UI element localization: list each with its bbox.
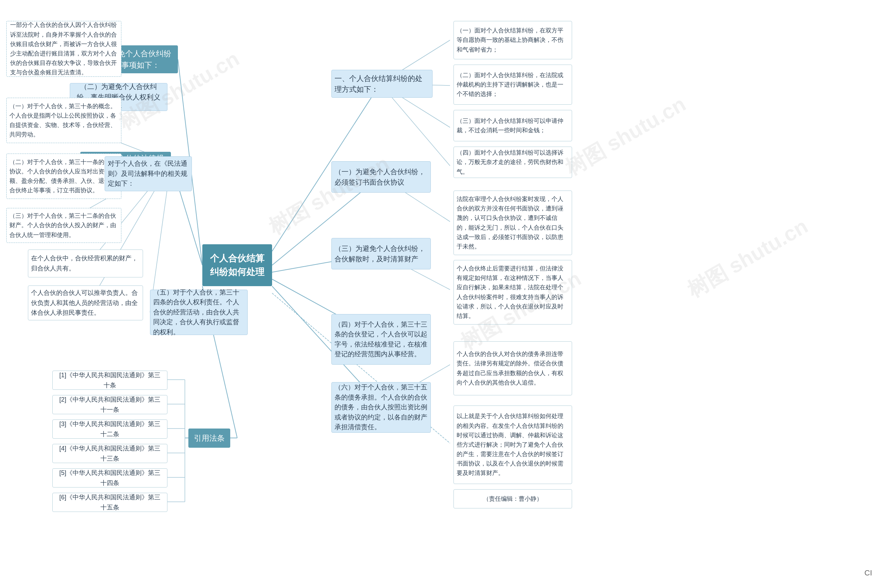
node-written-agreement-detail: 法院在审理个人合伙纠纷案时发现，个人合伙的双方并没有任何书面协议，遭到诬蔑的，认… [454, 191, 572, 255]
node-negotiation: （一）面对个人合伙结算纠纷，在双方平等自愿协商一致的基础上协商解决，不伤和气省时… [454, 21, 572, 59]
mindmap-container: 个人合伙结算纠纷如何处理 二、为避免个人合伙纠纷的注意事项如下： （二）为避免个… [0, 0, 893, 588]
node-debt: （六）对于个人合伙，第三十五条的债务承担。个人合伙的合伙的债务，由合伙人按照出资… [331, 382, 431, 433]
node-summary: 以上就是关于个人合伙结算纠纷如何处理的相关内容。在发生个人合伙结算纠纷的时候可以… [454, 406, 572, 484]
node-rule-32: （三）对于个人合伙，第三十二条的合伙财产。个人合伙的合伙人投入的财产，由合伙人统… [6, 208, 122, 243]
cite-node-5: [5]《中华人民共和国民法通则》第三十四条 [52, 468, 167, 487]
node-resolution-ways: 一、个人合伙结算纠纷的处理方式如下： [331, 70, 433, 98]
central-node: 个人合伙结算纠纷如何处理 [202, 244, 272, 286]
node-partnership-property: 在个人合伙中，合伙经营积累的财产，归合伙人共有。 [28, 250, 143, 277]
node-written-agreement: （一）为避免个人合伙纠纷，必须签订书面合伙协议 [331, 161, 431, 192]
node-rule-30: （一）对于个人合伙，第三十条的概念。个人合伙是指两个以上公民按照协议，各自提供资… [6, 98, 122, 143]
node-mediation: （二）面对个人合伙结算纠纷，在法院或仲裁机构的主持下进行调解解决，也是一个不错的… [454, 65, 572, 105]
node-rule-31: （二）对于个人合伙，第三十一条的合伙协议。个人合伙的合伙人应当对出资数额、盈余分… [6, 153, 122, 199]
cite-label: 引用法条 [188, 429, 230, 448]
node-debt-detail: 个人合伙的合伙人对合伙的债务承担连带责任。法律另有规定的除外。偿还合伙债务超过自… [454, 341, 572, 396]
node-editor: （责任编辑：曹小静） [454, 489, 572, 508]
node-arbitration: （三）面对个人合伙结算纠纷可以申请仲裁，不过会消耗一些时间和金钱； [454, 110, 572, 141]
cite-node-2: [2]《中华人民共和国民法通则》第三十一条 [52, 395, 167, 414]
node-minfa-rules: 对于个人合伙，在《民法通则》及司法解释中的相关规定如下： [105, 156, 192, 191]
cite-node-4: [4]《中华人民共和国民法通则》第三十三条 [52, 444, 167, 463]
node-registration: （四）对于个人合伙，第三十三条的合伙登记，个人合伙可以起字号，依法经核准登记，在… [331, 314, 431, 365]
node-liquidation: （三）为避免个人合伙纠纷，合伙解散时，及时清算财产 [331, 238, 431, 269]
cite-node-1: [1]《中华人民共和国民法通则》第三十条 [52, 371, 167, 390]
node-rule-34: （五）对于个人合伙，第三十四条的合伙人权利责任。个人合伙的经营活动，由合伙人共同… [150, 290, 248, 335]
cite-node-3: [3]《中华人民共和国民法通则》第三十二条 [52, 420, 167, 439]
cite-node-6: [6]《中华人民共和国民法通则》第三十五条 [52, 493, 167, 512]
node-partnership-manager: 个人合伙的合伙人可以推举负责人。合伙负责人和其他人员的经营活动，由全体合伙人承担… [28, 286, 143, 320]
node-partnership-dispute-text: 一部分个人合伙的合伙人因个人合伙纠纷诉至法院时，自身并不掌握个人合伙的合伙账目或… [6, 21, 122, 77]
node-liquidation-detail: 个人合伙终止后需要进行结算，但法律没有规定如何结算，在这种情况下，当事人应自行解… [454, 260, 572, 325]
node-litigation: （四）面对个人合伙结算纠纷可以选择诉讼，万般无奈才走的途径，劳民伤财伤和气。 [454, 147, 572, 178]
